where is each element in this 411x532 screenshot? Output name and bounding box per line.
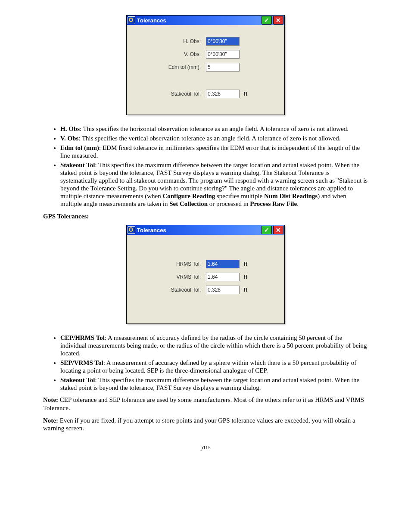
stakeout-tol-unit-2: ft [244,287,247,293]
cancel-button[interactable]: ✕ [273,16,283,25]
ok-button[interactable]: ✓ [262,226,272,234]
tolerances-dialog-2: Tolerances ✓ ✕ HRMS Tol: 1.64 ft VRMS To… [126,225,285,324]
dialog-title: Tolerances [137,17,260,24]
v-obs-input[interactable]: 0°00'30" [206,50,240,59]
stakeout-tol-label-2: Stakeout Tol: [132,287,206,293]
list-item: V. Obs: This specifies the vertical obse… [60,134,368,142]
h-obs-input[interactable]: 0°00'30" [206,37,240,46]
stakeout-tol-input[interactable]: 0.328 [206,90,240,98]
list-item: Stakeout Tol: This specifies the maximum… [60,161,368,208]
list-item: H. Obs: This specifies the horizontal ob… [60,125,368,133]
vrms-tol-label: VRMS Tol: [132,274,206,280]
dialog-body: H. Obs: 0°00'30" V. Obs: 0°00'30" Edm to… [127,25,284,115]
dialog-title: Tolerances [137,227,260,233]
hrms-tol-label: HRMS Tol: [132,261,206,267]
v-obs-label: V. Obs: [132,51,206,57]
edm-tol-input[interactable]: 5 [206,63,240,72]
note-1: Note: CEP tolerance and SEP tolerance ar… [43,396,368,412]
stakeout-tol-label: Stakeout Tol: [132,91,206,97]
titlebar: Tolerances ✓ ✕ [127,225,284,235]
tolerances-dialog-1: Tolerances ✓ ✕ H. Obs: 0°00'30" V. Obs: … [126,15,285,115]
bullets-2: CEP/HRMS Tol: A measurement of accuracy … [43,334,368,392]
vrms-tol-unit: ft [244,274,247,280]
page-number: p115 [11,445,400,451]
vrms-tol-input[interactable]: 1.64 [206,273,240,281]
app-icon [128,16,135,24]
h-obs-label: H. Obs: [132,38,206,44]
app-icon [128,226,135,234]
note-2: Note: Even if you are fixed, if you atte… [43,417,368,433]
list-item: SEP/VRMS Tol: A measurement of accuracy … [60,359,368,374]
bullets-1: H. Obs: This specifies the horizontal ob… [43,125,368,208]
stakeout-tol-input-2[interactable]: 0.328 [206,286,240,294]
ok-button[interactable]: ✓ [262,16,272,25]
list-item: Edm tol (mm): EDM fixed tolerance in mil… [60,144,368,159]
titlebar: Tolerances ✓ ✕ [127,16,284,25]
list-item: Stakeout Tol: This specifies the maximum… [60,376,368,392]
edm-tol-label: Edm tol (mm): [132,64,206,70]
cancel-button[interactable]: ✕ [273,226,283,234]
hrms-tol-input[interactable]: 1.64 [206,260,240,268]
hrms-tol-unit: ft [244,261,247,267]
dialog-body: HRMS Tol: 1.64 ft VRMS Tol: 1.64 ft Stak… [127,235,284,324]
list-item: CEP/HRMS Tol: A measurement of accuracy … [60,334,368,357]
stakeout-tol-unit: ft [244,91,247,97]
gps-tolerances-heading: GPS Tolerances: [43,213,368,220]
